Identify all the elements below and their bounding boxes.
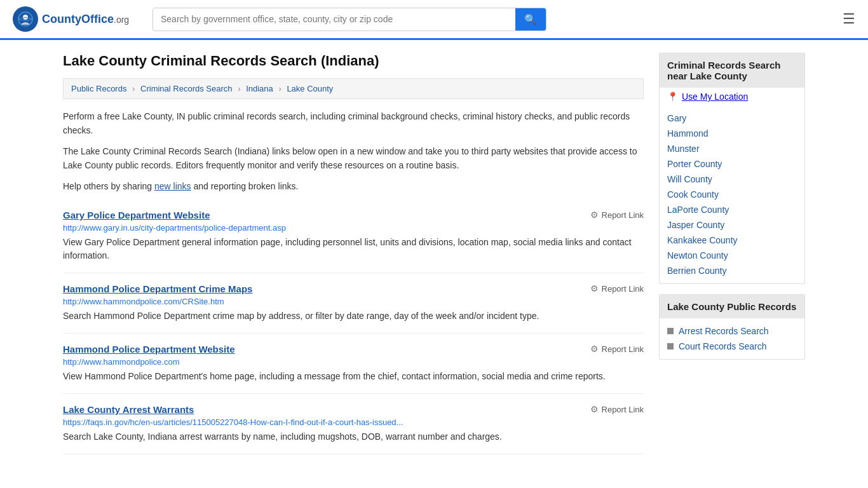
nearby-link-10[interactable]: Berrien County	[667, 266, 726, 276]
nearby-link-item-2: Munster	[660, 141, 804, 156]
nearby-link-3[interactable]: Porter County	[667, 159, 722, 169]
report-icon-3: ⚙	[590, 404, 599, 414]
logo-text: CountyOffice.org	[42, 13, 129, 26]
report-label-2: Report Link	[602, 344, 644, 354]
nearby-link-item-10: Berrien County	[660, 263, 804, 278]
description-3: Help others by sharing new links and rep…	[63, 179, 644, 193]
logo[interactable]: CountyOffice.org	[13, 6, 140, 32]
report-label-0: Report Link	[602, 210, 644, 220]
public-records-section: Lake County Public Records Arrest Record…	[659, 294, 805, 360]
result-item-1: Hammond Police Department Crime Maps ⚙ R…	[63, 273, 644, 334]
report-link-3[interactable]: ⚙ Report Link	[590, 404, 644, 414]
report-icon-0: ⚙	[590, 210, 599, 220]
hamburger-menu-icon[interactable]: ☰	[843, 11, 855, 27]
results-list: Gary Police Department Website ⚙ Report …	[63, 200, 644, 454]
report-icon-2: ⚙	[590, 344, 599, 354]
search-bar: 🔍	[153, 8, 546, 31]
nearby-link-2[interactable]: Munster	[667, 144, 700, 154]
nearby-link-8[interactable]: Kankakee County	[667, 235, 738, 245]
breadcrumb-public-records[interactable]: Public Records	[71, 84, 126, 93]
public-records-icon-1	[667, 343, 674, 349]
report-label-3: Report Link	[602, 405, 644, 414]
result-desc-3: Search Lake County, Indiana arrest warra…	[63, 430, 644, 444]
result-item-2: Hammond Police Department Website ⚙ Repo…	[63, 334, 644, 394]
report-link-2[interactable]: ⚙ Report Link	[590, 344, 644, 354]
result-title-3[interactable]: Lake County Arrest Warrants	[63, 404, 194, 415]
breadcrumb-sep-2: ›	[238, 84, 240, 93]
public-records-link-item-0: Arrest Records Search	[660, 323, 804, 339]
result-title-1[interactable]: Hammond Police Department Crime Maps	[63, 283, 252, 294]
breadcrumb-lake-county[interactable]: Lake County	[287, 84, 333, 93]
report-label-1: Report Link	[602, 284, 644, 294]
search-input[interactable]	[153, 9, 515, 29]
result-desc-1: Search Hammond Police Department crime m…	[63, 309, 644, 323]
public-records-link-1[interactable]: Court Records Search	[679, 341, 767, 351]
report-link-0[interactable]: ⚙ Report Link	[590, 210, 644, 220]
nearby-link-item-8: Kankakee County	[660, 233, 804, 248]
nearby-link-9[interactable]: Newton County	[667, 250, 728, 261]
breadcrumb-indiana[interactable]: Indiana	[246, 84, 273, 93]
breadcrumb-criminal-records[interactable]: Criminal Records Search	[140, 84, 233, 93]
use-my-location[interactable]: 📍 Use My Location	[660, 88, 804, 105]
header: CountyOffice.org 🔍 ☰	[0, 0, 868, 40]
result-header-0: Gary Police Department Website ⚙ Report …	[63, 210, 644, 220]
public-records-link-0[interactable]: Arrest Records Search	[679, 326, 769, 336]
result-item-3: Lake County Arrest Warrants ⚙ Report Lin…	[63, 394, 644, 454]
nearby-link-item-3: Porter County	[660, 156, 804, 172]
result-item-0: Gary Police Department Website ⚙ Report …	[63, 200, 644, 273]
search-button[interactable]: 🔍	[515, 8, 546, 30]
result-title-2[interactable]: Hammond Police Department Website	[63, 344, 235, 355]
nearby-link-item-9: Newton County	[660, 248, 804, 263]
report-link-1[interactable]: ⚙ Report Link	[590, 283, 644, 294]
result-header-3: Lake County Arrest Warrants ⚙ Report Lin…	[63, 404, 644, 415]
result-header-2: Hammond Police Department Website ⚙ Repo…	[63, 344, 644, 355]
main-content: Lake County Criminal Records Search (Ind…	[63, 53, 644, 454]
pin-icon: 📍	[667, 92, 678, 102]
use-my-location-link[interactable]: Use My Location	[682, 92, 748, 102]
nearby-link-item-5: Cook County	[660, 187, 804, 202]
page-wrapper: Lake County Criminal Records Search (Ind…	[53, 40, 815, 467]
public-records-section-title: Lake County Public Records	[660, 295, 804, 318]
result-desc-0: View Gary Police Department general info…	[63, 236, 644, 262]
description-2: The Lake County Criminal Records Search …	[63, 144, 644, 173]
report-icon-1: ⚙	[590, 283, 599, 294]
nearby-link-item-4: Will County	[660, 172, 804, 187]
result-url-1[interactable]: http://www.hammondpolice.com/CRSite.htm	[63, 297, 644, 306]
sidebar: Criminal Records Search near Lake County…	[659, 53, 805, 454]
nearby-link-item-6: LaPorte County	[660, 202, 804, 217]
page-title: Lake County Criminal Records Search (Ind…	[63, 53, 644, 69]
result-url-2[interactable]: http://www.hammondpolice.com	[63, 357, 644, 367]
nearby-link-6[interactable]: LaPorte County	[667, 205, 729, 215]
description-1: Perform a free Lake County, IN public cr…	[63, 109, 644, 138]
nearby-link-7[interactable]: Jasper County	[667, 220, 724, 230]
logo-icon	[13, 6, 38, 32]
result-desc-2: View Hammond Police Department's home pa…	[63, 370, 644, 383]
result-header-1: Hammond Police Department Crime Maps ⚙ R…	[63, 283, 644, 294]
public-records-icon-0	[667, 328, 674, 334]
public-records-link-item-1: Court Records Search	[660, 339, 804, 354]
nearby-section-title: Criminal Records Search near Lake County	[660, 53, 804, 88]
nearby-link-item-1: Hammond	[660, 126, 804, 141]
new-links-link[interactable]: new links	[154, 181, 191, 191]
result-title-0[interactable]: Gary Police Department Website	[63, 210, 210, 220]
breadcrumb-sep-3: ›	[278, 84, 281, 93]
result-url-0[interactable]: http://www.gary.in.us/city-departments/p…	[63, 223, 644, 233]
nearby-link-1[interactable]: Hammond	[667, 128, 709, 139]
breadcrumb: Public Records › Criminal Records Search…	[63, 78, 644, 99]
nearby-link-item-0: Gary	[660, 111, 804, 126]
nearby-links-list: GaryHammondMunsterPorter CountyWill Coun…	[660, 105, 804, 283]
public-records-links-list: Arrest Records SearchCourt Records Searc…	[660, 318, 804, 359]
nearby-link-5[interactable]: Cook County	[667, 189, 719, 200]
nearby-link-4[interactable]: Will County	[667, 174, 712, 184]
nearby-link-item-7: Jasper County	[660, 217, 804, 233]
breadcrumb-sep-1: ›	[132, 84, 135, 93]
nearby-link-0[interactable]: Gary	[667, 113, 686, 123]
nearby-section: Criminal Records Search near Lake County…	[659, 53, 805, 284]
result-url-3[interactable]: https://faqs.in.gov/hc/en-us/articles/11…	[63, 417, 644, 427]
